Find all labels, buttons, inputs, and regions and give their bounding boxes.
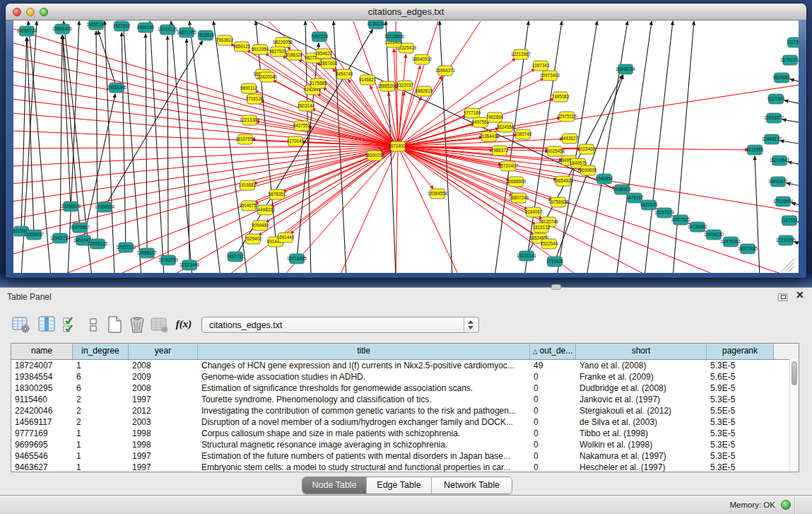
function-builder-icon[interactable]: f(x) [174, 315, 194, 334]
table-cell[interactable]: Franke et al. (2009) [576, 371, 707, 382]
table-cell[interactable]: Hescheler et al. (1997) [576, 462, 707, 472]
table-cell[interactable]: 1 [73, 439, 129, 450]
table-cell[interactable]: Structural magnetic resonance image aver… [198, 439, 530, 450]
delete-column-icon[interactable] [127, 315, 147, 334]
table-cell[interactable]: 5.9E-5 [707, 382, 774, 394]
table-cell[interactable]: Embryonic stem cells: a model to study s… [198, 462, 530, 472]
column-header-year[interactable]: year [129, 344, 198, 359]
table-cell[interactable]: Changes of HCN gene expression and I(f) … [198, 360, 530, 371]
table-cell[interactable]: 2008 [129, 382, 198, 394]
table-cell[interactable]: Genome-wide association studies in ADHD. [198, 371, 530, 382]
window-titlebar[interactable]: citations_edges.txt [6, 4, 806, 21]
table-cell[interactable]: 49 [530, 360, 576, 371]
table-cell[interactable]: 5.3E-5 [707, 394, 774, 405]
table-cell[interactable]: 9115460 [11, 394, 73, 405]
table-row[interactable]: 946362711997Embryonic stem cells: a mode… [11, 462, 799, 472]
table-cell[interactable]: 5.3E-5 [707, 439, 774, 450]
table-row[interactable]: 946554611997Estimation of the future num… [11, 450, 799, 462]
table-cell[interactable]: 0 [530, 462, 576, 472]
table-cell[interactable]: 2008 [129, 360, 198, 371]
table-cell[interactable]: 2 [73, 394, 129, 405]
table-cell[interactable]: 5.3E-5 [707, 450, 774, 462]
table-cell[interactable]: 2009 [129, 371, 198, 382]
table-cell[interactable]: 0 [530, 371, 576, 382]
table-cell[interactable]: Dudbridge et al. (2008) [576, 382, 707, 394]
tab-edge-table[interactable]: Edge Table [367, 477, 432, 493]
tab-network-table[interactable]: Network Table [432, 477, 512, 493]
table-cell[interactable]: Investigating the contribution of common… [198, 405, 530, 416]
table-cell[interactable]: 9465546 [11, 450, 73, 462]
table-cell[interactable]: Estimation of significance thresholds fo… [198, 382, 530, 394]
table-cell[interactable]: 1998 [129, 439, 198, 450]
table-cell[interactable]: Stergiakouli et al. (2012) [576, 405, 707, 416]
delete-table-icon[interactable] [150, 315, 170, 334]
table-cell[interactable]: Disruption of a novel member of a sodium… [198, 416, 530, 428]
memory-status-icon[interactable] [781, 500, 791, 510]
table-cell[interactable]: 22420046 [11, 405, 73, 416]
table-cell[interactable]: 0 [530, 439, 576, 450]
table-cell[interactable]: 2003 [129, 416, 198, 428]
table-cell[interactable]: 1997 [129, 462, 198, 472]
table-cell[interactable]: 5.6E-5 [707, 371, 774, 382]
table-row[interactable]: 1830029562008Estimation of significance … [11, 382, 799, 394]
column-header-pagerank[interactable]: pagerank [707, 344, 774, 359]
table-cell[interactable]: Nakamura et al. (1997) [576, 450, 707, 462]
table-cell[interactable]: 14569117 [11, 416, 73, 428]
table-cell[interactable]: 9463627 [11, 462, 73, 472]
table-cell[interactable]: 2 [73, 416, 129, 428]
table-cell[interactable]: 5.3E-5 [707, 428, 774, 439]
table-cell[interactable]: 0 [530, 450, 576, 462]
table-cell[interactable]: 1998 [129, 428, 198, 439]
table-cell[interactable]: 9699695 [11, 439, 73, 450]
table-cell[interactable]: 1 [73, 450, 129, 462]
table-cell[interactable]: 0 [530, 405, 576, 416]
table-row[interactable]: 1872400712008Changes of HCN gene express… [11, 360, 799, 371]
new-column-icon[interactable] [105, 315, 124, 334]
column-header-title[interactable]: title [198, 344, 530, 359]
table-cell[interactable]: 9777169 [11, 428, 73, 439]
network-selector[interactable]: citations_edges.txt [201, 317, 479, 333]
table-cell[interactable]: 0 [530, 394, 576, 405]
table-cell[interactable]: 1 [73, 428, 129, 439]
column-checklist-icon[interactable] [61, 315, 81, 334]
table-cell[interactable]: 1 [73, 462, 129, 472]
canvas-resize-grip[interactable] [782, 259, 794, 271]
table-cell[interactable]: 1997 [129, 394, 198, 405]
table-cell[interactable]: 5.3E-5 [707, 416, 774, 428]
table-cell[interactable]: Tibbo et al. (1998) [576, 428, 707, 439]
table-cell[interactable]: 1997 [129, 450, 198, 462]
table-row[interactable]: 977716911998Corpus callosum shape and si… [11, 428, 799, 439]
table-row[interactable]: 911546021997Tourette syndrome. Phenomeno… [11, 394, 799, 405]
table-row[interactable]: 969969511998Structural magnetic resonanc… [11, 439, 799, 450]
table-cell[interactable]: 2 [73, 405, 129, 416]
table-cell[interactable]: 5.3E-5 [707, 360, 774, 371]
table-cell[interactable]: 0 [530, 382, 576, 394]
combo-stepper-icon[interactable] [464, 317, 478, 332]
table-scrollbar-thumb[interactable] [792, 361, 797, 385]
table-cell[interactable]: 19384554 [11, 371, 73, 382]
table-scrollbar[interactable] [789, 359, 799, 472]
table-cell[interactable]: Yano et al. (2008) [576, 360, 707, 371]
tab-node-table[interactable]: Node Table [302, 477, 367, 493]
table-settings-icon[interactable] [11, 315, 31, 334]
table-cell[interactable]: 0 [530, 428, 576, 439]
table-cell[interactable]: 5.5E-5 [707, 405, 774, 416]
table-cell[interactable]: Estimation of the future numbers of pati… [198, 450, 530, 462]
table-cell[interactable]: 2012 [129, 405, 198, 416]
table-cell[interactable]: Jankovic et al. (1997) [576, 394, 707, 405]
table-cell[interactable]: 18724007 [11, 360, 73, 371]
table-cell[interactable]: 0 [530, 416, 576, 428]
network-canvas[interactable]: 1872400776638229860125891295418226058982… [13, 21, 799, 273]
table-cell[interactable]: 6 [73, 382, 129, 394]
column-header-out-de-[interactable]: △out_de... [530, 344, 576, 359]
table-cell[interactable]: Wolkin et al. (1998) [576, 439, 707, 450]
stacked-squares-icon[interactable] [83, 315, 103, 334]
table-cell[interactable]: Tourette syndrome. Phenomenology and cla… [198, 394, 530, 405]
table-cell[interactable]: 6 [73, 371, 129, 382]
table-row[interactable]: 1456911722003Disruption of a novel membe… [11, 416, 799, 428]
select-columns-icon[interactable] [37, 315, 57, 334]
table-cell[interactable]: de Silva et al. (2003) [576, 416, 707, 428]
panel-splitter-handle[interactable] [551, 284, 561, 290]
table-cell[interactable]: 18300295 [11, 382, 73, 394]
table-cell[interactable]: Corpus callosum shape and size in male p… [198, 428, 530, 439]
